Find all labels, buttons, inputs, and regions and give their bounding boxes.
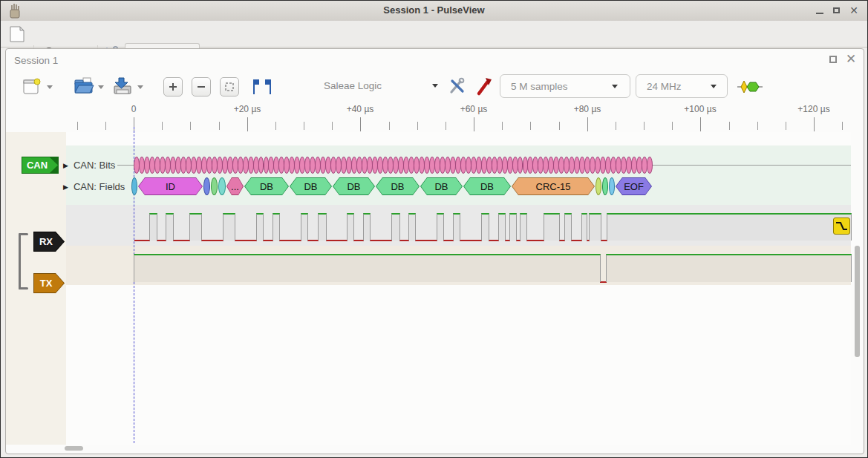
field-id-label: ID [138, 177, 203, 195]
decoder-row-bits[interactable]: ▶ CAN: Bits [63, 160, 115, 171]
new-session-icon[interactable] [22, 77, 42, 96]
field-d2 [602, 177, 608, 195]
open-file-icon[interactable] [74, 76, 94, 96]
rx-high-segment [589, 213, 601, 241]
ruler-minor-tick [842, 122, 843, 130]
vertical-scrollbar-handle[interactable] [855, 246, 860, 357]
rx-high-segment [498, 213, 506, 241]
main-toolbar: Run Session 1 × [1, 21, 867, 48]
sample-rate-dropdown-icon [711, 85, 717, 88]
ruler-minor-tick [332, 122, 333, 130]
field-crc: CRC-15 [512, 177, 595, 195]
rx-low-segment [489, 240, 499, 241]
add-decoder-icon[interactable] [737, 79, 763, 94]
plus-icon [169, 82, 177, 91]
close-icon[interactable]: ✕ [849, 6, 859, 16]
field-d3 [609, 177, 615, 195]
device-selector[interactable]: Saleae Logic [324, 80, 382, 91]
field-eof-label: EOF [616, 177, 652, 195]
save-file-dropdown-icon[interactable] [137, 85, 143, 89]
trigger-marker-falling-edge[interactable] [833, 217, 850, 235]
field-a [203, 177, 210, 195]
device-dropdown-icon[interactable] [432, 84, 438, 88]
decoder-tag-can[interactable]: CAN [22, 157, 59, 174]
field-db2-label: DB [290, 177, 332, 195]
time-cursor-line[interactable] [134, 127, 134, 443]
window-title: Session 1 - PulseView [1, 4, 867, 16]
expander-icon[interactable]: ▶ [63, 183, 68, 191]
rx-high-segment [564, 213, 572, 241]
field-crc-label: CRC-15 [512, 177, 595, 195]
ruler-label: 0 [104, 104, 163, 114]
ruler-minor-tick [417, 122, 418, 130]
minimize-icon[interactable] [815, 6, 825, 16]
sample-rate-value: 24 MHz [647, 81, 682, 92]
ruler-minor-tick [219, 122, 220, 130]
rx-high-segment [318, 213, 327, 241]
field-db3-label: DB [333, 177, 375, 195]
sample-count-select[interactable]: 5 M samples [500, 74, 630, 98]
subwindow-close-icon[interactable]: ✕ [846, 51, 856, 67]
rx-high-segment [189, 213, 202, 241]
field-db3: DB [333, 177, 375, 195]
save-file-icon[interactable] [112, 76, 133, 96]
ruler-minor-tick [275, 122, 276, 130]
ruler-label: +40 µs [330, 104, 390, 114]
rx-high-segment [509, 213, 517, 241]
trigger-flags-icon[interactable] [251, 78, 273, 96]
rx-low-segment [235, 240, 257, 241]
falling-edge-icon [834, 218, 849, 234]
zoom-fit-button[interactable] [220, 77, 239, 96]
rx-high-segment [408, 213, 416, 241]
ruler-minor-tick [446, 122, 446, 130]
rx-low-segment [370, 240, 392, 241]
zoom-in-button[interactable] [163, 77, 183, 96]
field-d1 [595, 177, 601, 195]
channels-probe-icon[interactable] [476, 76, 494, 96]
ruler-minor-tick [530, 122, 531, 130]
rx-low-segment [326, 240, 347, 241]
zoom-out-button[interactable] [192, 77, 211, 96]
decoder-row-fields[interactable]: ▶ CAN: Fields [63, 181, 125, 192]
rx-high-segment [391, 213, 400, 241]
ruler-major-tick [474, 117, 474, 131]
device-config-icon[interactable] [448, 77, 466, 95]
channel-group-bracket [19, 233, 21, 289]
ruler-minor-tick [105, 122, 106, 130]
ruler-minor-tick [559, 122, 560, 130]
rx-high-segment [544, 213, 560, 241]
rx-high-segment [273, 213, 280, 241]
rx-low-segment [571, 240, 582, 241]
pulseview-window: Session 1 - PulseView ✕ Run Session 1 × [0, 0, 868, 458]
fit-frame-icon [224, 82, 235, 92]
field-c [218, 177, 226, 195]
ruler-minor-tick [672, 122, 673, 130]
field-db5: DB [420, 177, 463, 195]
ruler-minor-tick [757, 122, 758, 130]
rx-low-segment [460, 240, 482, 241]
ruler-minor-tick [190, 122, 191, 130]
subwindow-maximize-icon[interactable] [829, 56, 837, 63]
new-view-icon[interactable] [9, 25, 25, 43]
titlebar[interactable]: Session 1 - PulseView ✕ [1, 1, 867, 22]
rx-low-segment [443, 240, 454, 241]
ruler-minor-tick [616, 122, 616, 130]
field-db2: DB [290, 177, 332, 195]
field-db1: DB [244, 177, 289, 195]
rx-high-segment [166, 213, 174, 241]
expander-icon[interactable]: ▶ [63, 162, 68, 169]
ruler-label: +60 µs [444, 104, 503, 114]
rx-high-segment [223, 213, 235, 241]
decoder-row-fields-label: CAN: Fields [74, 181, 125, 192]
ruler-minor-tick [389, 122, 390, 130]
maximize-icon[interactable] [832, 6, 842, 16]
rx-low-segment [263, 240, 273, 241]
rx-low-segment [134, 240, 150, 241]
rx-low-segment [415, 240, 437, 241]
new-session-dropdown-icon[interactable] [47, 85, 53, 89]
rx-high-segment [520, 213, 527, 241]
ruler-minor-tick [502, 122, 503, 130]
open-file-dropdown-icon[interactable] [98, 85, 104, 89]
horizontal-scrollbar-handle[interactable] [65, 446, 83, 451]
sample-rate-select[interactable]: 24 MHz [636, 74, 728, 98]
